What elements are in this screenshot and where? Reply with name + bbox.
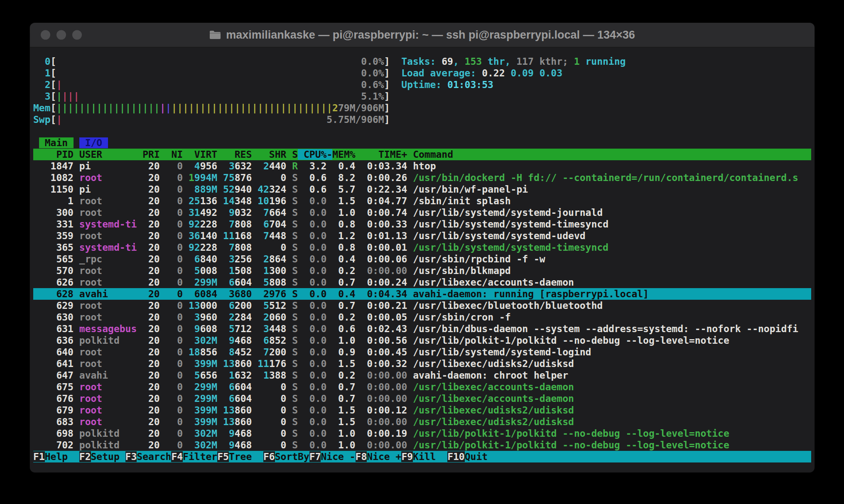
fkey-f5-key[interactable]: F5 <box>217 451 229 462</box>
fkey-f8-key[interactable]: F8 <box>356 451 367 462</box>
column-header-command[interactable]: Command <box>413 149 453 160</box>
process-row-631[interactable]: 631 messagebus 20 0 9608 5712 3448 S 0.0… <box>33 323 811 335</box>
process-row-647[interactable]: 647 avahi 20 0 5656 1632 1388 S 0.0 0.2 … <box>33 369 811 381</box>
tab-main[interactable]: Main <box>39 137 74 148</box>
spacer <box>356 265 361 276</box>
fkey-f8-nice[interactable]: Nice + <box>367 451 401 462</box>
process-row-636[interactable]: 636 polkitd 20 0 302M 9468 6852 S 0.0 1.… <box>33 335 811 346</box>
column-header-shr[interactable]: SHR <box>258 149 286 160</box>
fkey-f3-key[interactable]: F3 <box>125 451 137 462</box>
process-row-570[interactable]: 570 root 20 0 5008 1508 1300 S 0.0 0.2 0… <box>33 265 811 276</box>
process-row-1[interactable]: 1 root 20 0 25136 14348 10196 S 0.0 1.5 … <box>33 195 811 207</box>
res-cell: 348 <box>235 196 252 206</box>
spacer <box>298 416 304 427</box>
column-header-ni[interactable]: NI <box>166 149 183 160</box>
state-cell: R <box>292 161 298 171</box>
minimize-button[interactable] <box>56 30 66 40</box>
close-button[interactable] <box>41 30 50 40</box>
column-header-user[interactable]: USER <box>79 149 137 160</box>
fkey-f7-nice[interactable]: Nice - <box>321 451 355 462</box>
column-header-pri[interactable]: PRI <box>142 149 160 160</box>
column-header-res[interactable]: RES <box>223 149 252 160</box>
swp-meter: Swp[| 5.75M/906M] <box>33 114 811 125</box>
column-header-pid[interactable]: PID <box>33 149 74 160</box>
process-row-702[interactable]: 702 polkitd 20 0 302M 9468 0 S 0.0 1.0 0… <box>33 439 811 451</box>
column-header-virt[interactable]: VIRT <box>189 149 217 160</box>
process-row-565[interactable]: 565 _rpc 20 0 6840 3256 2864 S 0.0 0.4 0… <box>33 253 811 265</box>
sort-column-header[interactable]: CPU%- <box>298 149 332 160</box>
ni-cell: 0 <box>166 242 183 253</box>
state-cell: S <box>292 207 298 218</box>
fkey-f10-quit[interactable]: Quit <box>465 451 499 462</box>
shr-cell: 6 <box>263 335 269 346</box>
fkey-f1-help[interactable]: Help <box>45 451 79 462</box>
process-row-626[interactable]: 626 root 20 0 299M 6604 5808 S 0.0 0.7 0… <box>33 276 811 288</box>
fkey-f5-tree[interactable]: Tree <box>229 451 263 462</box>
summary-text: Tasks: <box>401 56 442 67</box>
spacer <box>326 254 332 264</box>
column-header-time[interactable]: TIME+ <box>361 149 407 160</box>
fkey-f9-key[interactable]: F9 <box>401 451 413 462</box>
command-cell: avahi-daemon: chroot helper <box>413 370 568 381</box>
fkey-f7-key[interactable]: F7 <box>309 451 321 462</box>
process-row-359[interactable]: 359 root 20 0 36140 11168 7448 S 0.0 1.2… <box>33 230 811 242</box>
pid-cell: 300 <box>33 207 74 218</box>
fkey-f2-key[interactable]: F2 <box>79 451 91 462</box>
process-row-640[interactable]: 640 root 20 0 18856 8452 7200 S 0.0 0.9 … <box>33 346 811 358</box>
ni-cell: 0 <box>166 184 183 195</box>
process-row-628[interactable]: 628 avahi 20 0 6084 3680 2976 S 0.0 0.4 … <box>33 288 811 300</box>
meter-bracket: [ <box>51 56 56 67</box>
process-row-1082[interactable]: 1082 root 20 0 1994M 75876 0 S 0.6 8.2 0… <box>33 172 811 183</box>
spacer <box>407 300 413 311</box>
fkey-f1-key[interactable]: F1 <box>33 451 45 462</box>
process-row-1847[interactable]: 1847 pi 20 0 4956 3632 2440 R 3.2 0.4 0:… <box>33 160 811 172</box>
process-row-675[interactable]: 675 root 20 0 299M 6604 0 S 0.0 0.7 0:00… <box>33 381 811 393</box>
spacer <box>189 393 194 404</box>
process-row-331[interactable]: 331 systemd-ti 20 0 92228 7808 6704 S 0.… <box>33 218 811 230</box>
process-row-641[interactable]: 641 root 20 0 399M 13860 11176 S 0.0 1.5… <box>33 358 811 369</box>
column-header-s[interactable]: S <box>292 149 298 160</box>
mem-cell: 8.2 <box>332 172 355 183</box>
shr-cell: 0 <box>281 242 287 253</box>
process-row-683[interactable]: 683 root 20 0 399M 13860 0 S 0.0 1.5 0:0… <box>33 416 811 428</box>
virt-cell: 889M <box>194 184 217 195</box>
process-row-365[interactable]: 365 systemd-ti 20 0 92228 7808 0 S 0.0 0… <box>33 242 811 253</box>
virt-cell: 302M <box>194 440 217 450</box>
fkey-f6-sortby[interactable]: SortBy <box>275 451 309 462</box>
fkey-f10-key[interactable]: F10 <box>447 451 465 462</box>
res-cell: 7 <box>229 219 235 230</box>
fkey-f4-filter[interactable]: Filter <box>183 451 217 462</box>
state-cell: S <box>292 393 298 404</box>
fkey-f3-search[interactable]: Search <box>137 451 171 462</box>
process-row-630[interactable]: 630 root 20 0 3960 2284 2060 S 0.0 0.2 0… <box>33 311 811 323</box>
fkey-f9-kill[interactable]: Kill <box>413 451 447 462</box>
fkey-f6-key[interactable]: F6 <box>263 451 275 462</box>
pri-cell: 20 <box>142 393 160 404</box>
spacer <box>252 184 258 195</box>
fkey-f4-key[interactable]: F4 <box>171 451 183 462</box>
zoom-button[interactable] <box>72 30 82 40</box>
process-row-679[interactable]: 679 root 20 0 399M 13860 0 S 0.0 1.5 0:0… <box>33 404 811 416</box>
process-row-1150[interactable]: 1150 pi 20 0 889M 52940 42324 S 0.6 5.7 … <box>33 183 811 195</box>
ni-cell: 0 <box>166 161 183 171</box>
pid-cell: 1847 <box>33 161 74 171</box>
process-row-676[interactable]: 676 root 20 0 299M 6604 0 S 0.0 0.7 0:00… <box>33 393 811 404</box>
meter-value: 2 <box>332 103 338 113</box>
spacer <box>356 184 361 195</box>
column-header-mem[interactable]: MEM% <box>332 149 355 160</box>
spacer <box>74 277 79 288</box>
user-cell: _rpc <box>79 254 137 264</box>
table-header[interactable]: PID USER PRI NI VIRT RES SHR S CPU%-MEM%… <box>33 149 811 160</box>
process-row-300[interactable]: 300 root 20 0 31492 9032 7664 S 0.0 1.0 … <box>33 207 811 218</box>
process-row-698[interactable]: 698 polkitd 20 0 302M 9468 0 S 0.0 1.0 0… <box>33 428 811 439</box>
res-cell: 712 <box>235 323 252 334</box>
tab-io[interactable]: I/O <box>79 137 108 148</box>
res-cell: 7 <box>229 242 235 253</box>
fkey-f2-setup[interactable]: Setup <box>91 451 125 462</box>
process-row-629[interactable]: 629 root 20 0 13000 6200 5512 S 0.0 0.7 … <box>33 300 811 311</box>
spacer <box>74 358 79 369</box>
summary-text: running <box>580 56 626 67</box>
mem-cell: 0.2 <box>332 370 355 381</box>
spacer <box>223 277 229 288</box>
ni-cell: 0 <box>166 312 183 323</box>
